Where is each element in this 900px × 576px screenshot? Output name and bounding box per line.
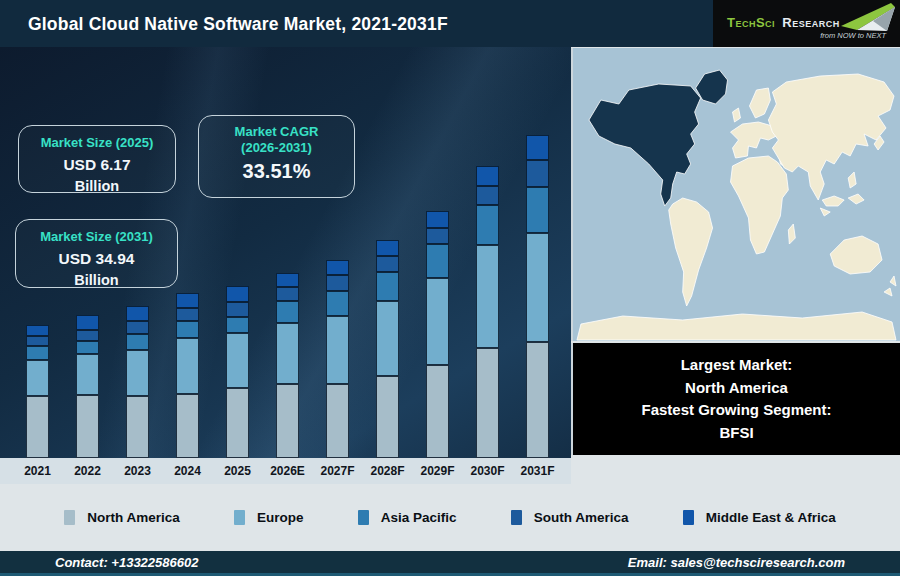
bar-2021	[26, 325, 49, 458]
bar-segment	[26, 396, 49, 458]
bar-segment	[526, 160, 549, 187]
bar-segment	[26, 346, 49, 360]
info-box-unit: Billion	[16, 272, 177, 288]
bar-segment	[326, 260, 349, 275]
callout-line: Largest Market:	[573, 354, 900, 377]
legend-label: South America	[534, 510, 629, 525]
legend-swatch	[511, 510, 522, 525]
bar-2023	[126, 306, 149, 458]
map-antarctica	[577, 312, 896, 340]
logo-arrow-icon	[841, 2, 897, 32]
legend-swatch	[64, 510, 75, 525]
bar-segment	[426, 278, 449, 365]
info-box-value: USD 34.94	[16, 250, 177, 268]
bar-segment	[326, 384, 349, 458]
bar-segment	[226, 388, 249, 458]
legend-item: South America	[511, 510, 629, 525]
footer-bar: Contact: +13322586602 Email: sales@techs…	[0, 551, 900, 576]
bar-segment	[126, 306, 149, 321]
x-axis-label: 2031F	[513, 458, 563, 484]
bar-2025	[226, 286, 249, 458]
callout-line: North America	[573, 377, 900, 400]
info-box-subtitle: (2026-2031)	[199, 140, 354, 156]
bar-segment	[376, 256, 399, 272]
bar-segment	[326, 316, 349, 384]
legend-swatch	[234, 510, 245, 525]
bar-segment	[176, 394, 199, 458]
legend-item: Europe	[234, 510, 304, 525]
bar-segment	[426, 244, 449, 278]
bar-segment	[526, 187, 549, 233]
bar-2030F	[476, 166, 499, 458]
x-axis-label: 2026E	[263, 458, 313, 484]
bar-segment	[126, 350, 149, 396]
bar-2028F	[376, 240, 399, 458]
bar-segment	[26, 360, 49, 396]
bar-segment	[76, 395, 99, 458]
infographic-page: Global Cloud Native Software Market, 202…	[0, 0, 900, 576]
bar-2022	[76, 315, 99, 458]
x-axis-label: 2027F	[313, 458, 363, 484]
brand-secondary-text: Research	[782, 15, 839, 30]
bar-segment	[226, 302, 249, 317]
callout-box: Largest Market: North America Fastest Gr…	[571, 343, 900, 455]
bar-segment	[526, 342, 549, 458]
bar-segment	[176, 293, 199, 308]
bar-2029F	[426, 211, 449, 458]
bar-2027F	[326, 260, 349, 458]
bar-segment	[276, 273, 299, 287]
info-box-value: USD 6.17	[19, 156, 175, 174]
bar-segment	[76, 315, 99, 330]
x-axis-label: 2021	[13, 458, 63, 484]
bar-segment	[476, 186, 499, 205]
bar-segment	[376, 376, 399, 458]
bar-segment	[376, 301, 399, 376]
bar-segment	[426, 365, 449, 458]
bar-segment	[226, 286, 249, 302]
header-bar: Global Cloud Native Software Market, 202…	[0, 0, 900, 47]
x-axis-label: 2029F	[413, 458, 463, 484]
legend-label: Asia Pacific	[381, 510, 457, 525]
bar-segment	[76, 354, 99, 395]
bar-segment	[426, 228, 449, 244]
bar-segment	[126, 321, 149, 334]
bar-segment	[276, 384, 299, 458]
bar-segment	[326, 291, 349, 316]
callout-line: Fastest Growing Segment:	[573, 399, 900, 422]
bar-segment	[276, 301, 299, 323]
legend-swatch	[358, 510, 369, 525]
info-box-title: Market Size (2031)	[16, 229, 177, 245]
bar-segment	[26, 336, 49, 346]
bar-segment	[176, 338, 199, 394]
x-axis-label: 2023	[113, 458, 163, 484]
bar-segment	[476, 348, 499, 458]
bar-segment	[476, 166, 499, 186]
bar-segment	[126, 334, 149, 350]
brand-wordmark: TechSci Research	[727, 15, 840, 30]
bar-segment	[276, 323, 299, 384]
legend-item: Middle East & Africa	[683, 510, 836, 525]
legend-label: North America	[87, 510, 180, 525]
x-axis-label: 2028F	[363, 458, 413, 484]
bar-segment	[376, 272, 399, 301]
legend-swatch	[683, 510, 694, 525]
page-title: Global Cloud Native Software Market, 202…	[28, 13, 448, 34]
info-box-market-cagr: Market CAGR (2026-2031) 33.51%	[198, 115, 355, 198]
bar-segment	[476, 205, 499, 245]
bar-2031F	[526, 135, 549, 458]
world-map-svg	[573, 48, 900, 341]
bar-segment	[276, 287, 299, 301]
bar-2026E	[276, 273, 299, 458]
bar-segment	[526, 135, 549, 160]
bar-segment	[176, 308, 199, 321]
brand-logo: TechSci Research from NOW to NEXT	[713, 0, 900, 47]
footer-email: Email: sales@techsciresearch.com	[628, 555, 845, 570]
info-box-market-size-2025: Market Size (2025) USD 6.17 Billion	[18, 125, 176, 193]
bar-segment	[526, 233, 549, 342]
legend-label: Middle East & Africa	[706, 510, 836, 525]
info-box-unit: Billion	[19, 178, 175, 194]
x-axis-label: 2022	[63, 458, 113, 484]
footer-contact: Contact: +13322586602	[55, 555, 198, 570]
world-map	[571, 48, 900, 341]
callout-line: BFSI	[573, 422, 900, 445]
